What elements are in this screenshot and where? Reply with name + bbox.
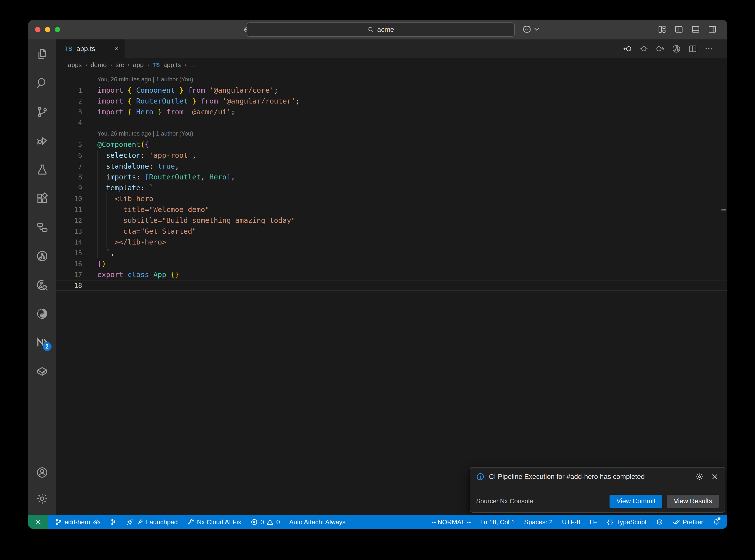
code-line[interactable]: 16}) [56, 258, 728, 269]
commits-icon [110, 518, 117, 526]
toggle-primary-sidebar-icon[interactable] [674, 25, 683, 34]
code-line[interactable]: 4 [56, 117, 728, 128]
info-icon [476, 473, 484, 481]
cursor-position-item[interactable]: Ln 18, Col 1 [480, 518, 515, 526]
customize-layout-icon[interactable] [657, 25, 667, 34]
notifications-bell[interactable] [713, 518, 720, 526]
code-line[interactable]: 14 ></lib-hero> [56, 237, 728, 247]
line-number: 18 [56, 282, 97, 289]
commit-graph-icon[interactable] [672, 44, 681, 54]
git-branch-icon [55, 518, 62, 526]
error-icon [251, 518, 258, 526]
indentation-item[interactable]: Spaces: 2 [524, 518, 553, 526]
breadcrumb-item[interactable]: demo [91, 61, 106, 69]
code-line[interactable]: 10 <lib-hero [56, 193, 728, 204]
line-number: 12 [56, 217, 97, 224]
toggle-secondary-sidebar-icon[interactable] [708, 25, 717, 34]
source-control-icon[interactable] [36, 105, 48, 118]
auto-attach-item[interactable]: Auto Attach: Always [289, 518, 345, 526]
code-line[interactable]: 18 [56, 280, 728, 291]
window-controls[interactable] [35, 27, 60, 32]
code-line[interactable]: 11 title="Welcmoe demo" [56, 204, 728, 215]
git-branch-item[interactable]: add-hero [55, 518, 100, 526]
code-editor[interactable]: You, 26 minutes ago | 1 author (You)1imp… [56, 72, 728, 515]
explorer-icon[interactable] [36, 48, 48, 61]
breadcrumb-item[interactable]: apps [68, 61, 82, 69]
code-line[interactable]: 15 `, [56, 247, 728, 258]
blame-annotation-row: You, 26 minutes ago | 1 author (You) [56, 128, 728, 139]
code-line[interactable]: 8 imports: [RouterOutlet, Hero], [56, 172, 728, 182]
line-number: 14 [56, 238, 97, 246]
run-debug-icon[interactable] [36, 134, 48, 147]
code-line[interactable]: 13 cta="Get Started" [56, 226, 728, 237]
toggle-panel-icon[interactable] [691, 25, 700, 34]
copilot-menu[interactable] [522, 24, 539, 35]
nx-cloud-fix-item[interactable]: Nx Cloud AI Fix [187, 518, 241, 526]
line-number: 10 [56, 195, 97, 203]
close-notification-icon[interactable] [711, 473, 719, 481]
remote-indicator[interactable] [28, 515, 48, 529]
gitlens-commit-item[interactable] [110, 518, 117, 526]
next-change-icon[interactable] [655, 44, 665, 54]
nx-console-icon[interactable]: 2 [36, 336, 48, 349]
edge-tools-icon[interactable] [36, 307, 48, 320]
command-center-search[interactable]: acme [246, 22, 515, 37]
copilot-icon [522, 24, 532, 35]
wrench-icon [187, 518, 195, 526]
rocket-icon [126, 518, 134, 526]
code-line[interactable]: 7 standalone: true, [56, 161, 728, 172]
line-number: 8 [56, 173, 97, 181]
search-icon [367, 26, 374, 33]
breadcrumb-item[interactable]: app.ts [163, 61, 181, 69]
settings-gear-icon[interactable] [36, 492, 48, 505]
nx-badge: 2 [43, 342, 52, 351]
line-number: 16 [56, 260, 97, 268]
gitlens-graph-icon[interactable] [36, 250, 48, 262]
language-mode-item[interactable]: {} TypeScript [606, 518, 647, 526]
gitlens-search-icon[interactable] [36, 279, 48, 291]
line-number: 6 [56, 152, 97, 159]
breadcrumb-item[interactable]: … [190, 61, 196, 69]
search-sidebar-icon[interactable] [36, 77, 48, 89]
code-line[interactable]: 1import { Component } from '@angular/cor… [56, 85, 728, 96]
view-commit-button[interactable]: View Commit [610, 495, 662, 508]
line-number: 7 [56, 162, 97, 170]
project-graph-icon[interactable] [36, 221, 48, 234]
indent-guide [115, 204, 115, 237]
tab-app-ts[interactable]: TS app.ts × [56, 39, 124, 58]
more-actions-icon[interactable] [704, 44, 714, 54]
containers-icon[interactable] [36, 365, 48, 378]
indent-guide [97, 150, 98, 258]
accounts-icon[interactable] [36, 466, 48, 479]
code-line[interactable]: 9 template: ` [56, 182, 728, 193]
vim-mode-item[interactable]: -- NORMAL -- [432, 518, 471, 526]
code-line[interactable]: 6 selector: 'app-root', [56, 150, 728, 161]
breadcrumb-item[interactable]: app [133, 61, 143, 69]
code-line[interactable]: 12 subtitle="Build something amazing tod… [56, 215, 728, 226]
prev-change-icon[interactable] [623, 44, 632, 54]
title-bar: acme [28, 20, 728, 39]
problems-item[interactable]: 0 0 [251, 518, 280, 526]
code-line[interactable]: 5@Component({ [56, 139, 728, 150]
prettier-item[interactable]: Prettier [673, 518, 703, 526]
split-editor-icon[interactable] [688, 44, 697, 54]
typescript-file-icon: TS [153, 62, 160, 68]
remote-icon [35, 518, 42, 526]
close-tab-icon[interactable]: × [114, 45, 119, 53]
code-line[interactable]: 3import { Hero } from '@acme/ui'; [56, 106, 728, 117]
copilot-status-item[interactable] [656, 518, 663, 526]
testing-icon[interactable] [36, 163, 48, 176]
code-line[interactable]: 17export class App {} [56, 269, 728, 280]
zoom-window-button[interactable] [55, 27, 60, 32]
eol-item[interactable]: LF [590, 518, 597, 526]
encoding-item[interactable]: UTF-8 [562, 518, 580, 526]
breadcrumb-item[interactable]: src [115, 61, 124, 69]
minimize-window-button[interactable] [45, 27, 50, 32]
view-results-button[interactable]: View Results [667, 495, 719, 508]
close-window-button[interactable] [35, 27, 40, 32]
extensions-icon[interactable] [36, 192, 48, 205]
code-line[interactable]: 2import { RouterOutlet } from '@angular/… [56, 96, 728, 106]
blame-annotations-icon[interactable] [639, 44, 649, 54]
launchpad-item[interactable]: Launchpad [126, 518, 178, 526]
notification-settings-gear-icon[interactable] [695, 473, 704, 481]
